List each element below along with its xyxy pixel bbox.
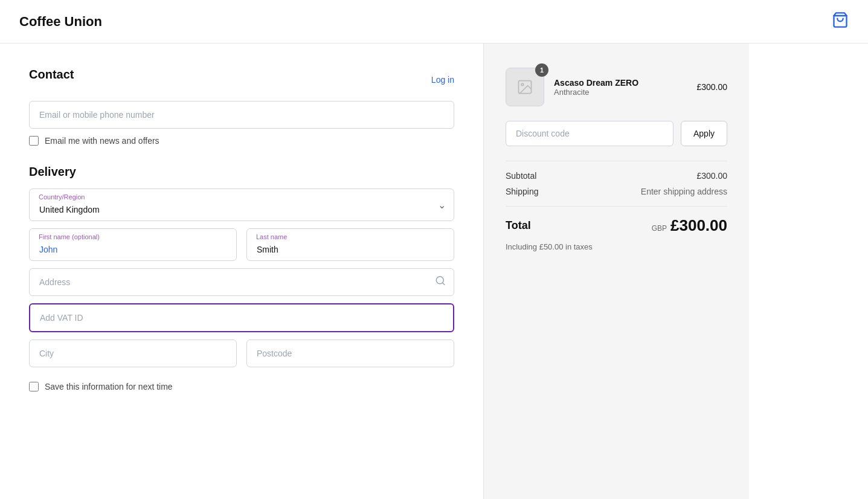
apply-button[interactable]: Apply [681, 121, 727, 146]
email-input[interactable] [29, 101, 454, 129]
product-variant: Anthracite [554, 88, 687, 97]
contact-heading: Contact [29, 68, 74, 82]
total-currency: GBP [652, 224, 667, 233]
product-quantity-badge: 1 [535, 63, 548, 77]
subtotal-line: Subtotal £300.00 [506, 171, 727, 181]
shipping-value: Enter shipping address [641, 187, 727, 196]
svg-line-2 [442, 283, 444, 285]
email-input-wrapper [29, 101, 454, 129]
header: Coffee Union [0, 0, 868, 43]
address-search-icon [435, 275, 446, 289]
discount-row: Apply [506, 121, 727, 146]
product-info: Ascaso Dream ZERO Anthracite [554, 78, 687, 97]
product-row: 1 Ascaso Dream ZERO Anthracite £300.00 [506, 68, 727, 106]
save-info-label: Save this information for next time [45, 382, 173, 391]
divider-1 [506, 161, 727, 161]
last-name-wrapper: Last name [246, 228, 454, 261]
main-layout: Contact Log in Email me with news and of… [0, 43, 868, 499]
last-name-label: Last name [256, 233, 287, 240]
save-info-row: Save this information for next time [29, 382, 454, 391]
country-select-wrapper: Country/Region United Kingdom ⌄ [29, 188, 454, 221]
divider-2 [506, 206, 727, 207]
city-input[interactable] [29, 340, 237, 367]
right-panel: 1 Ascaso Dream ZERO Anthracite £300.00 A… [483, 43, 749, 499]
shipping-line: Shipping Enter shipping address [506, 187, 727, 196]
country-select[interactable]: United Kingdom [29, 188, 454, 221]
city-postcode-fields [29, 340, 454, 367]
total-amount: £300.00 [670, 216, 727, 235]
first-name-wrapper: First name (optional) [29, 228, 237, 261]
total-label: Total [506, 219, 531, 232]
left-panel: Contact Log in Email me with news and of… [0, 43, 483, 499]
address-input-wrapper [29, 268, 454, 296]
delivery-heading: Delivery [29, 165, 454, 179]
product-price: £300.00 [696, 82, 727, 92]
shipping-label: Shipping [506, 187, 539, 196]
subtotal-label: Subtotal [506, 171, 536, 181]
site-logo: Coffee Union [19, 14, 102, 30]
email-checkbox[interactable] [29, 136, 39, 146]
address-input[interactable] [29, 268, 454, 296]
postcode-wrapper [246, 340, 454, 367]
name-fields: First name (optional) Last name [29, 228, 454, 261]
first-name-label: First name (optional) [39, 233, 100, 240]
discount-input[interactable] [506, 121, 674, 146]
city-wrapper [29, 340, 237, 367]
vat-field-wrapper [29, 303, 454, 332]
save-info-checkbox[interactable] [29, 382, 39, 391]
total-line: Total GBP £300.00 [506, 216, 727, 235]
email-checkbox-label: Email me with news and offers [45, 136, 159, 146]
cart-icon[interactable] [832, 11, 849, 32]
svg-point-4 [521, 83, 524, 86]
address-field-wrapper [29, 268, 454, 296]
log-in-link[interactable]: Log in [431, 75, 454, 85]
tax-note: Including £50.00 in taxes [506, 242, 727, 251]
contact-section-header: Contact Log in [29, 68, 454, 91]
postcode-input[interactable] [246, 340, 454, 367]
vat-input[interactable] [30, 304, 453, 331]
country-label: Country/Region [39, 193, 85, 201]
product-image: 1 [506, 68, 544, 106]
total-value-wrapper: GBP £300.00 [652, 216, 727, 235]
product-name: Ascaso Dream ZERO [554, 78, 687, 88]
subtotal-value: £300.00 [696, 171, 727, 181]
email-checkbox-row: Email me with news and offers [29, 136, 454, 146]
delivery-section: Delivery Country/Region United Kingdom ⌄… [29, 165, 454, 391]
